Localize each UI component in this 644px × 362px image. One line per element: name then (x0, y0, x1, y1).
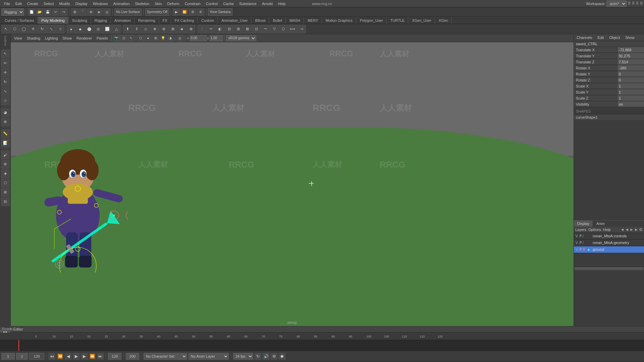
range-end-input[interactable] (29, 353, 44, 360)
layer-v-geometry[interactable]: V (575, 241, 579, 245)
exposure-input[interactable] (190, 35, 207, 41)
snap-curve-icon[interactable]: ⌒ (79, 8, 87, 16)
menu-deform[interactable]: Deform (165, 1, 182, 6)
sculpt6-icon[interactable]: ⊟ (1, 197, 10, 206)
redo-icon[interactable]: ↪ (60, 8, 67, 16)
module-fx[interactable]: FX (159, 17, 171, 24)
module-fx-caching[interactable]: FX Caching (171, 17, 198, 24)
symmetrize-icon[interactable]: ⊸ (297, 25, 306, 34)
module-xgen-user[interactable]: XGen_User (409, 17, 435, 24)
rotate-tool-icon[interactable]: ↻ (38, 25, 46, 34)
menu-select[interactable]: Select (41, 1, 57, 6)
sculpt4-icon[interactable]: ⬡ (1, 179, 10, 187)
viewport[interactable]: View Shading Lighting Show Renderer Pane… (11, 34, 574, 326)
snap-live-icon[interactable]: ◎ (103, 8, 111, 16)
timeline-track[interactable] (0, 340, 644, 352)
boolean-icon[interactable]: ⊗ (186, 25, 195, 34)
range-start-input[interactable] (1, 353, 15, 360)
insert-edge-icon[interactable]: ⊞ (168, 25, 177, 34)
target-weld-icon[interactable]: ⊛ (159, 25, 168, 34)
mode-dropdown[interactable]: Rigging (1, 8, 24, 16)
render-seq-icon[interactable]: ⏩ (181, 8, 188, 16)
record-btn[interactable]: ⏺ (279, 353, 285, 360)
menu-skin[interactable]: Skin (152, 1, 164, 6)
pause-icon[interactable]: ⏸ (197, 8, 204, 16)
layer-item-geometry[interactable]: V P / ronan_MtoA:geometry (574, 240, 644, 246)
vp-smooth-icon[interactable]: ● (145, 35, 152, 42)
module-bullet[interactable]: Bullet (270, 17, 286, 24)
next-frame-btn[interactable]: ▶ (81, 353, 88, 360)
bevel-icon[interactable]: ◇ (141, 25, 150, 34)
help-tab[interactable]: Help (603, 228, 611, 232)
anim-layer-dropdown[interactable]: No Anim Layer (189, 353, 229, 360)
layer-r-ground[interactable]: R (583, 248, 587, 251)
select-side-icon[interactable]: ↖ (1, 50, 10, 58)
menu-arnold[interactable]: Arnold (259, 1, 275, 6)
loop-btn[interactable]: ↻ (255, 353, 261, 360)
vp-shadow-icon[interactable]: ◑ (167, 35, 174, 42)
show-tab[interactable]: Show (624, 35, 636, 40)
vp-camera-icon[interactable]: 📷 (113, 35, 120, 42)
hscroll-bar[interactable] (575, 267, 643, 270)
render-settings-icon[interactable]: ⚙ (189, 8, 196, 16)
menu-cache[interactable]: Cache (220, 1, 236, 6)
settings-btn[interactable]: ⚙ (271, 353, 277, 360)
menu-create[interactable]: Create (24, 1, 41, 6)
vp-texture-icon[interactable]: ⊞ (152, 35, 159, 42)
workspace-dropdown[interactable]: anim* (607, 1, 627, 7)
vp-lighting-menu[interactable]: Lighting (43, 36, 60, 41)
menu-animation[interactable]: Animation (110, 1, 132, 6)
lasso-tool-icon[interactable]: ⬡ (10, 25, 19, 34)
module-xgen[interactable]: XGen (435, 17, 452, 24)
cone-icon[interactable]: △ (112, 25, 121, 34)
undo-icon[interactable]: ↩ (52, 8, 59, 16)
layers-hscroll[interactable] (574, 266, 644, 270)
character-set-dropdown[interactable]: No Character Set (144, 353, 187, 360)
vp-select-icon[interactable]: ↖ (128, 35, 135, 42)
sculpt-icon[interactable]: 🖌 (1, 150, 10, 159)
layer-p-controls[interactable]: P (579, 234, 583, 238)
torus-icon[interactable]: ◎ (94, 25, 103, 34)
symmetry-btn[interactable]: Symmetry Off (145, 8, 169, 16)
menu-windows[interactable]: Windows (90, 1, 111, 6)
sculpt5-icon[interactable]: ⊞ (1, 188, 10, 197)
vp-wireframe-icon[interactable]: ⬡ (138, 35, 144, 42)
cylinder-icon[interactable]: ⬤ (85, 25, 94, 34)
reduce-icon[interactable]: ▽ (270, 25, 279, 34)
paint-select-icon[interactable]: ◯ (19, 25, 28, 34)
move-side-icon[interactable]: ✛ (1, 68, 10, 77)
fps-dropdown[interactable]: 24 fps (233, 353, 253, 360)
module-anim-user[interactable]: Animation_User (218, 17, 251, 24)
layer-next-icon[interactable]: ► (630, 227, 634, 232)
module-sculpting[interactable]: Sculpting (69, 17, 91, 24)
menu-modify[interactable]: Modify (56, 1, 72, 6)
prev-frame-btn[interactable]: ◀ (65, 353, 71, 360)
mirror-icon[interactable]: ⟺ (288, 25, 297, 34)
layer-v-ground[interactable]: V (575, 248, 579, 251)
menu-edit[interactable]: Edit (13, 1, 24, 6)
menu-skeleton[interactable]: Skeleton (132, 1, 152, 6)
max-frame-input[interactable] (126, 353, 139, 360)
scale-side-icon[interactable]: ⤡ (1, 87, 10, 96)
cube-icon[interactable]: ■ (76, 25, 85, 34)
layer-prev-icon[interactable]: ◄ (620, 227, 624, 232)
vp-shading-menu[interactable]: Shading (25, 36, 42, 41)
user-dropdown[interactable]: Yone Santana (208, 8, 232, 16)
sound-btn[interactable]: 🔊 (263, 353, 269, 360)
colorspace-dropdown[interactable]: sRGB gamma (226, 35, 256, 41)
conform-icon[interactable]: ⊡ (252, 25, 261, 34)
options-tab[interactable]: Options (588, 228, 601, 232)
vp-show-menu[interactable]: Show (61, 36, 74, 41)
snap-grid-icon[interactable]: ⊞ (71, 8, 78, 16)
gamma-input[interactable] (210, 35, 223, 41)
module-polygon-user[interactable]: Polygon_User (357, 17, 387, 24)
playback-end-input[interactable] (108, 353, 121, 360)
new-scene-icon[interactable]: 📄 (28, 8, 35, 16)
current-frame-input[interactable] (16, 353, 28, 360)
sculpt2-icon[interactable]: ⊛ (1, 160, 10, 169)
universal-tool-icon[interactable]: ⊹ (56, 25, 64, 34)
module-rendering[interactable]: Rendering (135, 17, 159, 24)
object-tab[interactable]: Object (608, 35, 621, 40)
vp-persp-icon[interactable]: ⊡ (120, 35, 127, 42)
vp-panels-menu[interactable]: Panels (95, 36, 110, 41)
